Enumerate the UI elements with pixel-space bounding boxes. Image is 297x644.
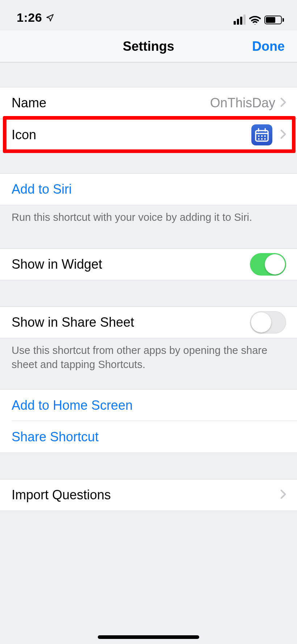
- done-button[interactable]: Done: [252, 39, 285, 54]
- name-value: OnThisDay: [210, 95, 275, 111]
- home-indicator[interactable]: [98, 635, 199, 639]
- chevron-right-icon: [280, 127, 286, 143]
- svg-rect-6: [264, 135, 266, 137]
- import-questions-row[interactable]: Import Questions: [0, 479, 297, 511]
- status-bar: 1:26: [0, 0, 297, 30]
- icon-label: Icon: [12, 127, 36, 143]
- add-to-siri-label: Add to Siri: [12, 182, 72, 197]
- calendar-icon: [251, 124, 272, 145]
- share-shortcut-label: Share Shortcut: [12, 429, 99, 445]
- add-to-home-screen-label: Add to Home Screen: [12, 398, 133, 413]
- show-in-share-sheet-toggle[interactable]: [250, 311, 286, 334]
- svg-rect-9: [264, 138, 266, 140]
- svg-rect-8: [261, 138, 263, 140]
- svg-rect-5: [261, 135, 263, 137]
- chevron-right-icon: [280, 95, 286, 111]
- share-shortcut-row[interactable]: Share Shortcut: [0, 421, 297, 453]
- show-in-widget-toggle[interactable]: [250, 253, 286, 276]
- show-in-share-sheet-label: Show in Share Sheet: [12, 315, 134, 330]
- import-questions-label: Import Questions: [12, 487, 111, 503]
- page-title: Settings: [123, 39, 174, 54]
- nav-header: Settings Done: [0, 30, 297, 62]
- show-in-widget-label: Show in Widget: [12, 257, 102, 272]
- share-footer-text: Use this shortcut from other apps by ope…: [0, 338, 297, 372]
- name-row[interactable]: Name OnThisDay: [0, 87, 297, 119]
- cellular-icon: [234, 15, 246, 25]
- status-time: 1:26: [17, 11, 42, 25]
- chevron-right-icon: [280, 487, 286, 503]
- name-label: Name: [12, 95, 46, 111]
- add-to-home-screen-row[interactable]: Add to Home Screen: [0, 389, 297, 421]
- siri-footer-text: Run this shortcut with your voice by add…: [0, 205, 297, 224]
- svg-rect-7: [258, 138, 260, 140]
- battery-icon: [264, 16, 284, 24]
- svg-rect-4: [258, 135, 260, 137]
- icon-row[interactable]: Icon: [0, 119, 297, 151]
- show-in-share-sheet-row[interactable]: Show in Share Sheet: [0, 306, 297, 338]
- location-icon: [46, 13, 54, 22]
- wifi-icon: [249, 15, 261, 25]
- show-in-widget-row[interactable]: Show in Widget: [0, 248, 297, 280]
- add-to-siri-row[interactable]: Add to Siri: [0, 173, 297, 205]
